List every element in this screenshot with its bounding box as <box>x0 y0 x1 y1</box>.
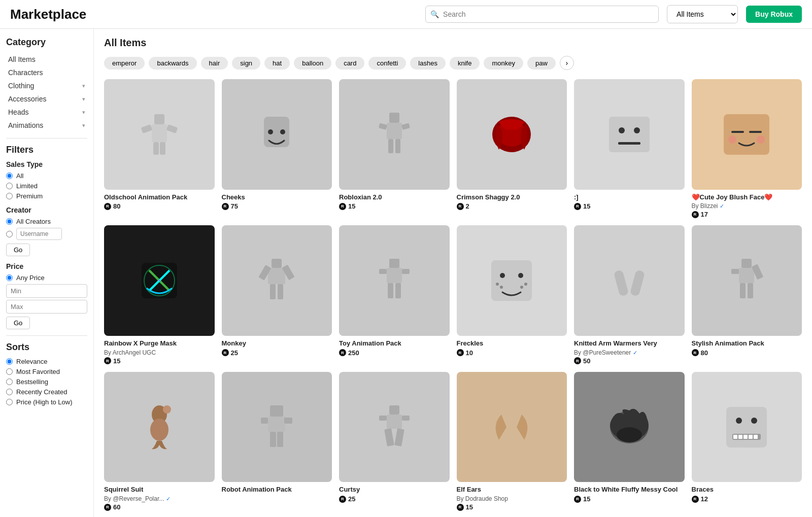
item-image <box>222 79 332 190</box>
svg-rect-52 <box>741 259 752 268</box>
item-card[interactable]: Braces R12 <box>692 372 802 511</box>
item-card[interactable]: Crimson Shaggy 2.0 R2 <box>457 79 567 218</box>
svg-rect-67 <box>389 405 399 415</box>
svg-point-77 <box>751 418 757 424</box>
tag-hat[interactable]: hat <box>264 57 290 70</box>
tag-backwards[interactable]: backwards <box>149 57 196 70</box>
item-price: R17 <box>692 211 802 218</box>
item-card[interactable]: Cheeks R75 <box>222 79 332 218</box>
creator-all[interactable]: All Creators <box>6 218 87 225</box>
item-card[interactable]: Curtsy R25 <box>339 372 450 511</box>
svg-point-45 <box>518 273 523 278</box>
svg-point-24 <box>728 135 736 144</box>
tag-emperor[interactable]: emperor <box>104 57 145 70</box>
tag-paw[interactable]: paw <box>527 57 556 70</box>
tag-balloon[interactable]: balloon <box>294 57 331 70</box>
item-card[interactable]: Rainbow X Purge Mask By ArchAngel UGC R1… <box>104 225 215 364</box>
svg-point-74 <box>617 427 642 442</box>
sidebar-item-characters[interactable]: Characters <box>6 66 87 79</box>
svg-rect-14 <box>395 139 400 153</box>
creator-username[interactable] <box>6 228 87 240</box>
svg-rect-63 <box>284 418 292 424</box>
price-go-button[interactable]: Go <box>6 317 30 329</box>
tag-knife[interactable]: knife <box>450 57 480 70</box>
sort-recently-created[interactable]: Recently Created <box>6 388 87 396</box>
svg-rect-61 <box>270 405 283 417</box>
item-card[interactable]: Robot Animation Pack <box>222 372 332 511</box>
item-card[interactable]: :] R15 <box>574 79 685 218</box>
item-card[interactable]: Stylish Animation Pack R80 <box>692 225 802 364</box>
sales-type-premium[interactable]: Premium <box>6 192 87 200</box>
svg-rect-13 <box>388 139 393 153</box>
item-card[interactable]: Oldschool Animation Pack R80 <box>104 79 215 218</box>
tag-sign[interactable]: sign <box>232 57 260 70</box>
item-price: R10 <box>457 349 567 357</box>
tag-card[interactable]: card <box>335 57 364 70</box>
item-card[interactable]: ❤️Cute Joy Blush Face❤️ By Blizzei ✓ R17 <box>692 79 802 218</box>
svg-rect-10 <box>387 123 402 139</box>
search-icon: 🔍 <box>430 10 439 18</box>
tag-lashes[interactable]: lashes <box>410 57 446 70</box>
price-any[interactable]: Any Price <box>6 274 87 282</box>
sidebar-item-heads[interactable]: Heads▾ <box>6 106 87 119</box>
svg-rect-50 <box>614 270 629 297</box>
item-price: R15 <box>457 503 567 511</box>
sales-type-all[interactable]: All <box>6 172 87 180</box>
sidebar-item-all-items[interactable]: All Items <box>6 53 87 66</box>
svg-rect-64 <box>261 418 268 424</box>
page-title: All Items <box>104 37 802 49</box>
item-image <box>692 79 802 190</box>
item-card[interactable]: Robloxian 2.0 R15 <box>339 79 450 218</box>
item-card[interactable]: Black to White Fluffy Messy Cool R15 <box>574 372 685 511</box>
item-image <box>222 225 332 336</box>
item-card[interactable]: Toy Animation Pack R250 <box>339 225 450 364</box>
svg-rect-2 <box>141 124 152 133</box>
username-input[interactable] <box>16 228 62 240</box>
item-name: Robot Animation Pack <box>222 486 332 494</box>
sorts-title: Sorts <box>6 342 87 353</box>
item-name: Braces <box>692 486 802 494</box>
price-min-input[interactable] <box>6 284 87 298</box>
price-max-input[interactable] <box>6 300 87 314</box>
sidebar-item-clothing[interactable]: Clothing▾ <box>6 79 87 92</box>
item-name: Stylish Animation Pack <box>692 339 802 348</box>
tag-next-arrow[interactable]: › <box>560 56 574 70</box>
item-card[interactable]: Freckles R10 <box>457 225 567 364</box>
sales-type-limited[interactable]: Limited <box>6 182 87 190</box>
sidebar-item-accessories[interactable]: Accessories▾ <box>6 92 87 106</box>
svg-rect-57 <box>748 283 753 298</box>
svg-rect-70 <box>402 416 410 421</box>
item-card[interactable]: Monkey R25 <box>222 225 332 364</box>
search-input[interactable] <box>425 6 659 23</box>
creator-go-button[interactable]: Go <box>6 244 30 256</box>
tag-hair[interactable]: hair <box>201 57 228 70</box>
svg-rect-62 <box>268 417 285 432</box>
svg-rect-82 <box>749 435 753 439</box>
item-card[interactable]: Elf Ears By Dodraude Shop R15 <box>457 372 567 511</box>
svg-point-46 <box>496 283 499 286</box>
chevron-down-icon: ▾ <box>82 96 85 102</box>
sort-bestselling[interactable]: Bestselling <box>6 378 87 386</box>
item-card[interactable]: Squirrel Suit By @Reverse_Polar... ✓ R60 <box>104 372 215 511</box>
tag-confetti[interactable]: confetti <box>368 57 406 70</box>
svg-point-18 <box>619 127 625 133</box>
tag-bar: emperor backwards hair sign hat balloon … <box>104 56 802 70</box>
sort-most-favorited[interactable]: Most Favorited <box>6 368 87 375</box>
svg-rect-71 <box>384 428 394 446</box>
item-card[interactable]: Knitted Arm Warmers Very By @PureSweeten… <box>574 225 685 364</box>
sort-relevance[interactable]: Relevance <box>6 358 87 365</box>
item-price: R50 <box>574 357 685 365</box>
svg-rect-41 <box>388 283 393 298</box>
tag-monkey[interactable]: monkey <box>484 57 523 70</box>
header: Marketplace 🔍 All Items Buy Robux <box>0 0 812 29</box>
svg-rect-20 <box>618 142 640 145</box>
sidebar-item-animations[interactable]: Animations▾ <box>6 119 87 132</box>
buy-robux-button[interactable]: Buy Robux <box>746 6 802 23</box>
items-type-dropdown[interactable]: All Items <box>667 5 738 23</box>
item-name: Curtsy <box>339 486 450 494</box>
app-title: Marketplace <box>10 7 86 22</box>
svg-rect-56 <box>740 283 746 298</box>
item-image <box>574 225 685 336</box>
item-image <box>104 372 215 482</box>
sort-price-high-low[interactable]: Price (High to Low) <box>6 398 87 406</box>
